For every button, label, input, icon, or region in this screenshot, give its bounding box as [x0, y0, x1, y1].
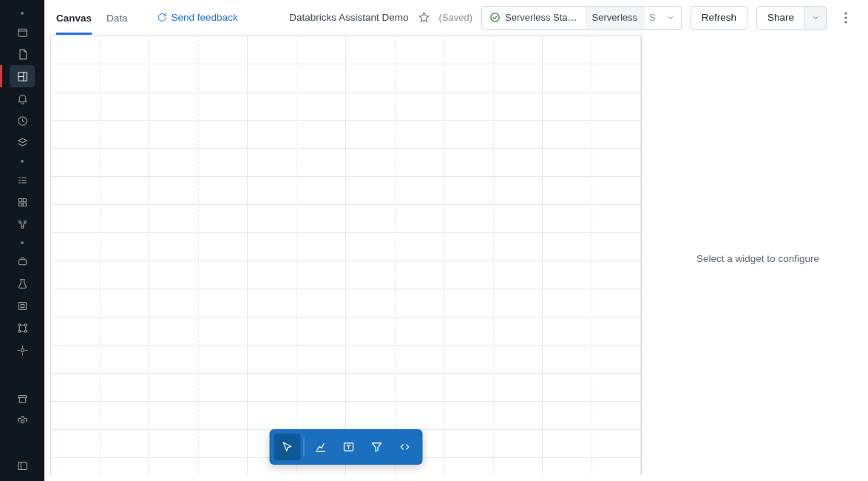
editor-body: Select a widget to configure — [44, 36, 868, 481]
left-sidebar — [0, 0, 44, 481]
data-icon — [16, 196, 29, 209]
favorite-button[interactable] — [418, 11, 430, 24]
text-icon — [342, 440, 356, 454]
sidebar-item-marketplace[interactable] — [10, 388, 35, 410]
kebab-icon — [844, 12, 847, 24]
compute-warehouse-label: Serverless — [592, 12, 637, 23]
svg-rect-12 — [21, 304, 24, 307]
code-icon — [399, 440, 412, 454]
svg-rect-0 — [18, 29, 26, 36]
sidebar-item-tasks[interactable] — [10, 169, 35, 191]
sidebar-item-home[interactable] — [10, 21, 35, 43]
share-button[interactable]: Share — [756, 6, 804, 30]
marketplace-icon — [16, 393, 29, 406]
settings-icon — [16, 415, 29, 428]
svg-rect-11 — [18, 302, 26, 309]
code-tool[interactable] — [392, 434, 418, 460]
home-icon — [16, 26, 29, 38]
svg-rect-4 — [23, 198, 26, 201]
canvas-gridline — [100, 36, 101, 475]
send-feedback-link[interactable]: Send feedback — [156, 12, 238, 23]
document-title: Databricks Assistant Demo — [289, 12, 408, 23]
top-toolbar: Canvas Data Send feedback Databricks Ass… — [44, 0, 868, 36]
share-dropdown-button[interactable] — [804, 6, 827, 30]
canvas-gridline — [296, 36, 297, 475]
svg-point-18 — [21, 420, 24, 423]
toolbar-separator — [304, 437, 305, 457]
sidebar-item-data[interactable] — [10, 191, 35, 213]
sidebar-item-history[interactable] — [10, 110, 35, 132]
canvas-gridline — [395, 36, 396, 475]
dashboard-icon — [16, 70, 29, 83]
ml-icon — [16, 255, 29, 268]
experiment-icon — [16, 278, 29, 290]
sidebar-item-collapse[interactable] — [10, 454, 35, 477]
widget-toolbar — [270, 429, 423, 465]
svg-point-21 — [844, 12, 847, 14]
chart-tool[interactable] — [308, 434, 334, 460]
bell-icon — [16, 92, 29, 105]
sidebar-item-compute[interactable] — [10, 295, 35, 317]
canvas-gridline — [198, 36, 199, 475]
svg-rect-6 — [23, 203, 26, 206]
chevron-down-icon — [811, 13, 820, 22]
svg-rect-5 — [18, 203, 21, 206]
sidebar-item-query[interactable] — [10, 132, 35, 154]
filter-tool[interactable] — [364, 434, 390, 460]
more-options-button[interactable] — [835, 6, 856, 30]
settings-icon2 — [16, 344, 29, 357]
sidebar-item-dashboard[interactable] — [10, 65, 35, 87]
sidebar-item-misc[interactable] — [10, 339, 35, 361]
select-tool[interactable] — [274, 434, 301, 460]
sidebar-item-alerts[interactable] — [10, 87, 35, 110]
compute-selector[interactable]: Serverless Sta… Serverless S — [481, 6, 682, 30]
filter-icon — [370, 440, 384, 454]
sidebar-item-experiments[interactable] — [10, 272, 35, 295]
check-circle-icon — [489, 12, 501, 23]
sidebar-item-graph[interactable] — [10, 317, 35, 339]
svg-rect-10 — [18, 259, 26, 264]
tab-canvas[interactable]: Canvas — [56, 2, 92, 35]
main-area: Canvas Data Send feedback Databricks Ass… — [44, 0, 868, 481]
sidebar-item-settings[interactable] — [10, 410, 35, 432]
workflow-icon — [16, 218, 29, 231]
send-feedback-label: Send feedback — [172, 12, 238, 23]
sidebar-separator — [21, 12, 24, 15]
chart-icon — [314, 440, 328, 454]
canvas-gridline — [591, 36, 592, 475]
chevron-down-icon — [666, 13, 675, 22]
compute-status: Serverless Sta… — [482, 7, 585, 29]
refresh-button[interactable]: Refresh — [691, 6, 747, 30]
canvas-wrap — [44, 36, 648, 481]
sidebar-separator — [21, 160, 24, 163]
cursor-icon — [281, 440, 294, 454]
query-icon — [16, 137, 29, 149]
svg-point-17 — [21, 349, 24, 352]
compute-warehouse: Serverless — [585, 7, 645, 29]
compute-dropdown-caret[interactable] — [660, 7, 681, 29]
saved-status: (Saved) — [439, 12, 473, 23]
graph-icon — [16, 322, 29, 334]
share-button-group: Share — [756, 6, 827, 30]
sidebar-item-file[interactable] — [10, 43, 35, 65]
view-tabs: Canvas Data — [56, 0, 128, 35]
star-icon — [418, 11, 430, 24]
file-icon — [16, 48, 29, 61]
canvas-gridline — [493, 36, 494, 475]
config-placeholder-text: Select a widget to configure — [696, 253, 819, 264]
dashboard-canvas[interactable] — [50, 36, 642, 475]
compute-icon — [16, 300, 29, 312]
tab-data[interactable]: Data — [106, 2, 128, 35]
compute-avatar: S — [645, 7, 660, 29]
history-icon — [16, 115, 29, 127]
svg-rect-19 — [18, 462, 26, 469]
svg-rect-3 — [18, 198, 21, 201]
collapse-icon — [16, 460, 29, 472]
text-tool[interactable] — [336, 434, 362, 460]
sidebar-item-workflow[interactable] — [10, 213, 35, 235]
tasks-icon — [16, 174, 29, 186]
svg-point-22 — [844, 16, 847, 18]
chat-icon — [156, 12, 167, 23]
sidebar-item-ml[interactable] — [10, 250, 35, 272]
widget-config-panel: Select a widget to configure — [648, 36, 868, 481]
